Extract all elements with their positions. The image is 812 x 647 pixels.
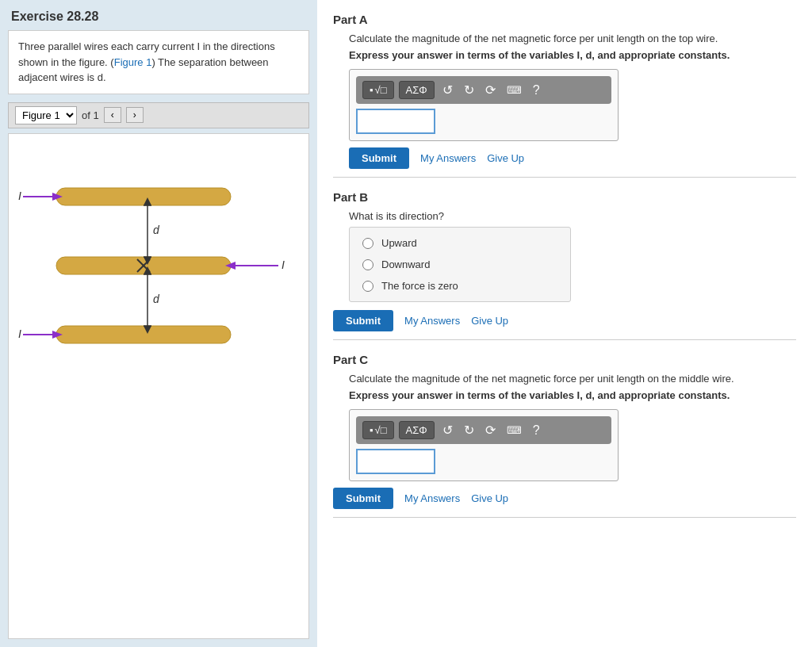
part-c-submit-button[interactable]: Submit [333,488,393,509]
radio-downward[interactable] [362,259,373,270]
sqrt-button-a[interactable]: ▪ √□ [362,81,394,99]
part-b-give-up-link[interactable]: Give Up [471,315,508,327]
undo-button-c[interactable]: ↺ [439,421,456,439]
figure-svg: I I I d d [9,134,309,348]
part-c-give-up-link[interactable]: Give Up [471,492,508,504]
part-c-input-box [356,449,611,474]
part-b-title: Part B [333,190,796,204]
radio-upward[interactable] [362,238,373,249]
part-c-instruction: Express your answer in terms of the vari… [333,389,796,401]
figure-nav: Figure 1 of 1 ‹ › [8,102,309,128]
part-a-give-up-link[interactable]: Give Up [487,152,524,164]
part-a-my-answers-link[interactable]: My Answers [420,152,476,164]
redo-button-c[interactable]: ↻ [461,421,477,439]
help-button-c[interactable]: ? [530,422,543,439]
figure-area: I I I d d [8,133,309,640]
radio-upward-label: Upward [381,237,417,249]
part-b-description: What is its direction? [333,210,796,222]
part-c-answer-input[interactable] [356,449,435,474]
sqrt-label-a: √□ [375,84,387,96]
part-c-input-area: ▪ √□ ΑΣΦ ↺ ↻ ⟳ ⌨ ? [333,409,796,481]
part-c-section: Part C Calculate the magnitude of the ne… [333,340,796,518]
keyboard-button-a[interactable]: ⌨ [504,82,525,98]
radio-item-downward: Downward [362,258,557,270]
symbol-button-a[interactable]: ΑΣΦ [399,81,435,99]
sqrt-button-c[interactable]: ▪ √□ [362,421,394,439]
part-a-input-box [356,109,611,134]
svg-text:I: I [18,327,21,340]
part-a-answer-input[interactable] [356,109,435,134]
part-a-toolbar-wrap: ▪ √□ ΑΣΦ ↺ ↻ ⟳ ⌨ ? [349,69,619,141]
svg-text:I: I [18,190,21,202]
part-a-section: Part A Calculate the magnitude of the ne… [333,0,796,178]
keyboard-button-c[interactable]: ⌨ [504,423,525,438]
radio-downward-label: Downward [381,258,430,270]
figure-next-button[interactable]: › [126,107,144,123]
part-a-toolbar: ▪ √□ ΑΣΦ ↺ ↻ ⟳ ⌨ ? [356,76,611,104]
symbol-button-c[interactable]: ΑΣΦ [399,421,435,439]
part-c-toolbar-wrap: ▪ √□ ΑΣΦ ↺ ↻ ⟳ ⌨ ? [349,409,619,481]
part-b-radio-group: Upward Downward The force is zero [349,227,571,302]
left-panel: Exercise 28.28 Three parallel wires each… [0,0,317,647]
checkbox-icon-a: ▪ [370,84,373,96]
part-b-submit-button[interactable]: Submit [333,310,393,331]
figure-select[interactable]: Figure 1 [15,106,77,124]
part-c-my-answers-link[interactable]: My Answers [404,492,460,504]
refresh-button-c[interactable]: ⟳ [482,421,499,439]
part-c-description: Calculate the magnitude of the net magne… [333,373,796,385]
part-a-submit-button[interactable]: Submit [349,147,409,169]
undo-button-a[interactable]: ↺ [439,81,456,99]
redo-button-a[interactable]: ↻ [461,81,477,99]
figure-prev-button[interactable]: ‹ [104,107,121,123]
radio-zero-label: The force is zero [381,280,458,292]
refresh-button-a[interactable]: ⟳ [482,81,499,99]
svg-text:d: d [153,224,160,236]
part-b-action-row: Submit My Answers Give Up [333,310,796,331]
figure-of-label: of 1 [82,109,99,121]
svg-rect-0 [56,188,231,205]
part-a-input-area: ▪ √□ ΑΣΦ ↺ ↻ ⟳ ⌨ ? [333,69,796,141]
svg-rect-8 [56,326,231,343]
svg-text:d: d [153,293,160,305]
radio-zero[interactable] [362,281,373,292]
part-a-description: Calculate the magnitude of the net magne… [333,33,796,44]
sqrt-label-c: √□ [375,424,387,436]
part-b-section: Part B What is its direction? Upward Dow… [333,178,796,340]
part-c-toolbar: ▪ √□ ΑΣΦ ↺ ↻ ⟳ ⌨ ? [356,416,611,444]
part-c-action-row: Submit My Answers Give Up [333,488,796,509]
part-a-title: Part A [333,13,796,26]
part-a-action-row: Submit My Answers Give Up [333,147,796,169]
part-a-instruction: Express your answer in terms of the vari… [333,49,796,61]
radio-item-zero: The force is zero [362,280,557,292]
right-panel: Part A Calculate the magnitude of the ne… [317,0,812,647]
exercise-description: Three parallel wires each carry current … [8,30,309,94]
part-c-title: Part C [333,353,796,366]
figure-link[interactable]: Figure 1 [114,56,152,68]
checkbox-icon-c: ▪ [370,424,373,436]
help-button-a[interactable]: ? [530,82,543,99]
exercise-title: Exercise 28.28 [0,0,317,30]
svg-text:I: I [282,258,285,271]
part-b-my-answers-link[interactable]: My Answers [404,315,460,327]
radio-item-upward: Upward [362,237,557,249]
